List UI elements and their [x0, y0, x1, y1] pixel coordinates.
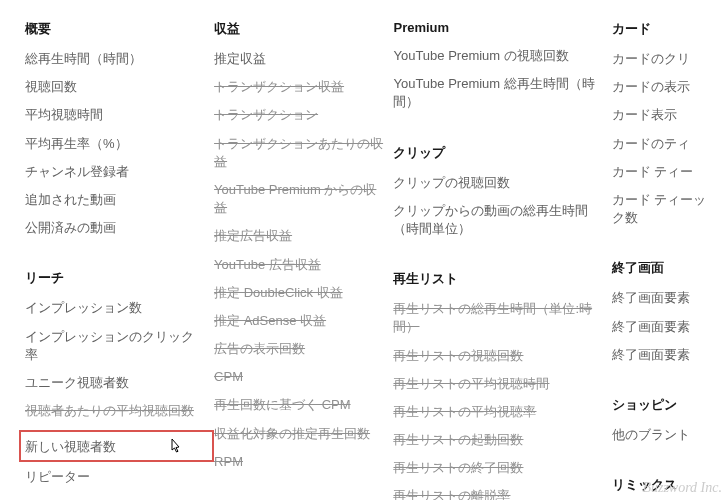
metric-item[interactable]: 再生リストの視聴回数	[393, 347, 611, 365]
metric-item[interactable]: カードのクリ	[612, 50, 728, 68]
metric-item[interactable]: 追加された動画	[25, 191, 214, 209]
metric-item[interactable]: 再生リストの平均視聴率	[393, 403, 611, 421]
metric-item[interactable]: 推定収益	[214, 50, 393, 68]
metric-item[interactable]: 収益化対象の推定再生回数	[214, 425, 393, 443]
highlighted-metric: 新しい視聴者数	[19, 430, 214, 462]
metric-item[interactable]: インプレッションのクリック率	[25, 328, 214, 364]
metric-item[interactable]: 推定 DoubleClick 収益	[214, 284, 393, 302]
section-header-revenue: 収益	[214, 20, 393, 38]
metric-item[interactable]: カード表示	[612, 106, 728, 124]
metric-item[interactable]: CPM	[214, 368, 393, 386]
metric-item[interactable]: クリップの視聴回数	[393, 174, 611, 192]
metric-item[interactable]: トランザクション収益	[214, 78, 393, 96]
column-cards: カード カードのクリ カードの表示 カード表示 カードのティ カード ティー カ…	[612, 20, 728, 500]
metric-item[interactable]: カード ティーック数	[612, 191, 728, 227]
metric-item[interactable]: 終了画面要素	[612, 318, 728, 336]
watermark: Buzzword Inc.	[642, 480, 722, 496]
metric-item[interactable]: 再生回数に基づく CPM	[214, 396, 393, 414]
metric-item[interactable]: トランザクションあたりの収益	[214, 135, 393, 171]
metric-item[interactable]: 再生リストの総再生時間（単位:時間）	[393, 300, 611, 336]
section-header-premium: Premium	[393, 20, 611, 35]
metric-item[interactable]: カードのティ	[612, 135, 728, 153]
metric-item[interactable]: 他のブラント	[612, 426, 728, 444]
section-header-clips: クリップ	[393, 144, 611, 162]
metric-item[interactable]: インプレッション数	[25, 299, 214, 317]
metric-item[interactable]: RPM	[214, 453, 393, 471]
metric-item[interactable]: トランザクション	[214, 106, 393, 124]
metric-item[interactable]: 視聴者あたりの平均視聴回数	[25, 402, 214, 420]
section-header-reach: リーチ	[25, 269, 214, 287]
metric-item[interactable]: クリップからの動画の総再生時間（時間単位）	[393, 202, 611, 238]
section-header-overview: 概要	[25, 20, 214, 38]
column-premium: Premium YouTube Premium の視聴回数 YouTube Pr…	[393, 20, 611, 500]
metric-item[interactable]: 再生リストの起動回数	[393, 431, 611, 449]
section-header-endscreen: 終了画面	[612, 259, 728, 277]
column-overview: 概要 総再生時間（時間） 視聴回数 平均視聴時間 平均再生率（%） チャンネル登…	[25, 20, 214, 500]
metric-item[interactable]: 終了画面要素	[612, 346, 728, 364]
metric-item[interactable]: 視聴回数	[25, 78, 214, 96]
section-header-playlists: 再生リスト	[393, 270, 611, 288]
metric-item[interactable]: 再生リストの離脱率	[393, 487, 611, 500]
metric-item[interactable]: 総再生時間（時間）	[25, 50, 214, 68]
metric-item[interactable]: 再生リストの終了回数	[393, 459, 611, 477]
metric-item[interactable]: 公開済みの動画	[25, 219, 214, 237]
metric-item[interactable]: 終了画面要素	[612, 289, 728, 307]
metric-item[interactable]: YouTube Premium 総再生時間（時間）	[393, 75, 611, 111]
column-revenue: 収益 推定収益 トランザクション収益 トランザクション トランザクションあたりの…	[214, 20, 393, 500]
metric-item[interactable]: リピーター	[25, 468, 214, 486]
metric-item[interactable]: ユニーク視聴者数	[25, 374, 214, 392]
metric-item[interactable]: 推定広告収益	[214, 227, 393, 245]
metric-item[interactable]: YouTube 広告収益	[214, 256, 393, 274]
metric-item[interactable]: カード ティー	[612, 163, 728, 181]
metric-item[interactable]: 広告の表示回数	[214, 340, 393, 358]
metric-item[interactable]: チャンネル登録者	[25, 163, 214, 181]
metric-item[interactable]: 平均視聴時間	[25, 106, 214, 124]
metric-item[interactable]: カードの表示	[612, 78, 728, 96]
metric-item[interactable]: 平均再生率（%）	[25, 135, 214, 153]
metric-item[interactable]: 再生リストの平均視聴時間	[393, 375, 611, 393]
section-header-shopping: ショッピン	[612, 396, 728, 414]
metric-item-new-viewers[interactable]: 新しい視聴者数	[25, 438, 212, 456]
metric-item[interactable]: YouTube Premium の視聴回数	[393, 47, 611, 65]
metric-item[interactable]: 推定 AdSense 収益	[214, 312, 393, 330]
section-header-cards: カード	[612, 20, 728, 38]
metric-item[interactable]: YouTube Premium からの収益	[214, 181, 393, 217]
